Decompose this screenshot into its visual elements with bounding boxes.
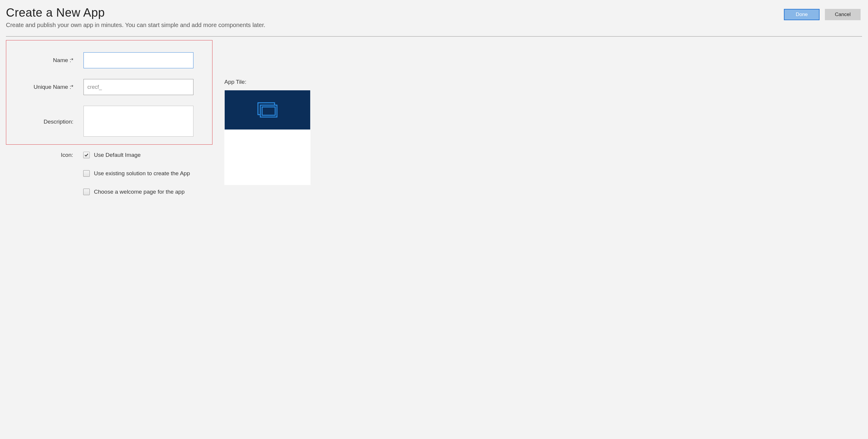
- use-default-image-label: Use Default Image: [94, 152, 141, 158]
- description-label: Description:: [15, 119, 84, 125]
- app-tile-icon: [255, 101, 279, 119]
- name-input[interactable]: [84, 52, 193, 68]
- description-input[interactable]: [84, 106, 193, 137]
- app-tile-preview: [224, 90, 311, 185]
- choose-welcome-page-checkbox[interactable]: [83, 189, 90, 195]
- unique-name-input[interactable]: [84, 79, 193, 95]
- use-existing-solution-checkbox[interactable]: [83, 170, 90, 177]
- page-title: Create a New App: [6, 6, 266, 19]
- name-label: Name :*: [15, 57, 84, 64]
- choose-welcome-page-label: Choose a welcome page for the app: [94, 189, 185, 195]
- app-tile-label: App Tile:: [224, 79, 311, 85]
- cancel-button[interactable]: Cancel: [825, 9, 861, 20]
- use-default-image-checkbox[interactable]: [83, 152, 90, 158]
- required-fields-highlight: Name :* Unique Name :* Description:: [6, 40, 213, 145]
- unique-name-label: Unique Name :*: [15, 84, 84, 90]
- use-existing-solution-label: Use existing solution to create the App: [94, 170, 190, 177]
- icon-label: Icon:: [15, 152, 83, 158]
- done-button[interactable]: Done: [784, 9, 819, 20]
- check-icon: [84, 153, 89, 157]
- page-subtitle: Create and publish your own app in minut…: [6, 22, 266, 29]
